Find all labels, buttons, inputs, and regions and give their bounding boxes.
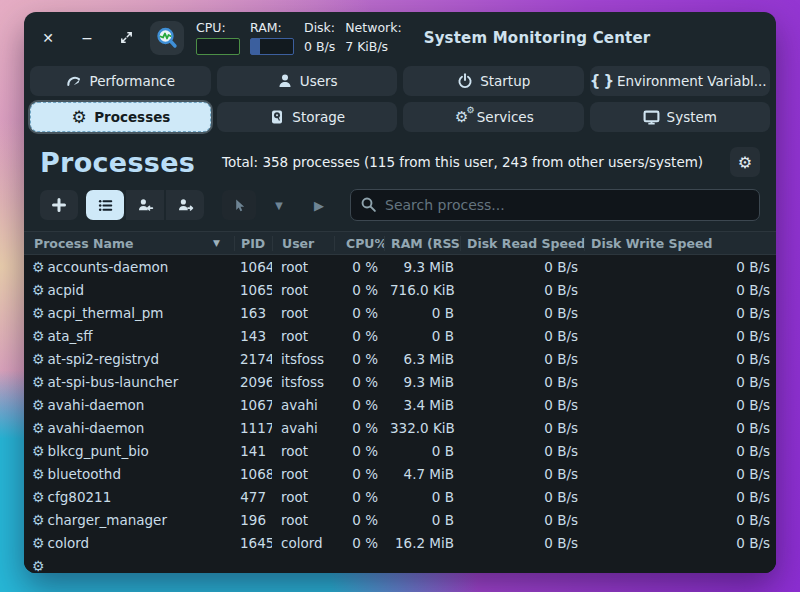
list-view-button[interactable]: [86, 190, 124, 220]
cell-read: 0 B/s: [460, 443, 584, 459]
cell-name: blkcg_punt_bio: [24, 443, 234, 459]
cell-pid: 477: [234, 489, 272, 505]
column-header-ram[interactable]: RAM (RSS): [384, 236, 460, 251]
column-header-disk-read[interactable]: Disk Read Speed: [460, 236, 584, 251]
settings-button[interactable]: ⚙: [730, 147, 760, 177]
table-row[interactable]: colord1645colord0 %16.2 MiB0 B/s0 B/s: [24, 531, 776, 554]
table-row[interactable]: blkcg_punt_bio141root0 %0 B0 B/s0 B/s: [24, 439, 776, 462]
desktop: { "titlebar": { "app_title": "System Mon…: [0, 0, 800, 592]
tab-storage[interactable]: Storage: [217, 102, 398, 132]
column-label: Process Name: [34, 236, 133, 251]
table-row-partial[interactable]: [24, 554, 776, 573]
tab-performance[interactable]: Performance: [30, 66, 211, 96]
cell-user: itsfoss: [272, 374, 334, 390]
cell-read: 0 B/s: [460, 512, 584, 528]
process-gear-icon: [32, 490, 45, 504]
column-header-cpu[interactable]: CPU%: [334, 236, 384, 251]
gauge-icon: [65, 72, 83, 90]
user-arrow-in-icon: [137, 197, 154, 214]
app-window: ✕ − CPU: RAM:: [24, 12, 776, 573]
cell-cpu: 0 %: [334, 420, 384, 436]
cell-cpu: 0 %: [334, 259, 384, 275]
gear-icon: ⚙: [738, 153, 752, 172]
tab-label: Startup: [480, 73, 530, 89]
process-name: avahi-daemon: [48, 420, 145, 436]
gear-icon: ⚙: [70, 108, 88, 126]
cell-user: root: [272, 328, 334, 344]
table-header: Process Name ▼ PID User CPU% RAM (RSS) D…: [24, 231, 776, 255]
process-gear-icon: [32, 306, 45, 320]
tab-system[interactable]: System: [590, 102, 771, 132]
table-row[interactable]: acpid1065root0 %716.0 KiB0 B/s0 B/s: [24, 278, 776, 301]
table-row[interactable]: at-spi2-registryd2174itsfoss0 %6.3 MiB0 …: [24, 347, 776, 370]
cell-cpu: 0 %: [334, 512, 384, 528]
continue-process-button[interactable]: ▶: [302, 190, 336, 220]
column-header-pid[interactable]: PID: [234, 236, 272, 251]
cell-write: 0 B/s: [584, 305, 776, 321]
harddisk-icon: [268, 108, 286, 126]
cell-cpu: 0 %: [334, 466, 384, 482]
triangle-right-icon: ▶: [314, 198, 324, 213]
cell-ram: 0 B: [384, 512, 460, 528]
select-process-button[interactable]: [222, 190, 256, 220]
process-count-summary: Total: 358 processes (115 from this user…: [195, 154, 730, 170]
cell-cpu: 0 %: [334, 282, 384, 298]
cell-name: ata_sff: [24, 328, 234, 344]
cell-ram: 3.4 MiB: [384, 397, 460, 413]
titlebar: ✕ − CPU: RAM:: [24, 12, 776, 64]
network-monitor: Network: 7 KiB/s: [345, 21, 401, 55]
cell-pid: 1065: [234, 282, 272, 298]
table-row[interactable]: cfg80211477root0 %0 B0 B/s0 B/s: [24, 485, 776, 508]
maximize-button[interactable]: [118, 30, 134, 47]
table-row[interactable]: avahi-daemon1117avahi0 %332.0 KiB0 B/s0 …: [24, 416, 776, 439]
user-processes-button[interactable]: [126, 190, 164, 220]
cell-read: 0 B/s: [460, 374, 584, 390]
cell-pid: 1064: [234, 259, 272, 275]
table-row[interactable]: acpi_thermal_pm163root0 %0 B0 B/s0 B/s: [24, 301, 776, 324]
cpu-label: CPU:: [196, 21, 240, 35]
table-row[interactable]: charger_manager196root0 %0 B0 B/s0 B/s: [24, 508, 776, 531]
cell-ram: 4.7 MiB: [384, 466, 460, 482]
ram-usage-fill: [251, 39, 260, 54]
stop-process-button[interactable]: ▼: [262, 190, 296, 220]
cell-write: 0 B/s: [584, 351, 776, 367]
table-row[interactable]: ata_sff143root0 %0 B0 B/s0 B/s: [24, 324, 776, 347]
cell-ram: 0 B: [384, 489, 460, 505]
cell-read: 0 B/s: [460, 535, 584, 551]
all-processes-button[interactable]: [166, 190, 204, 220]
cell-name: avahi-daemon: [24, 420, 234, 436]
cell-ram: 0 B: [384, 305, 460, 321]
cell-write: 0 B/s: [584, 259, 776, 275]
process-gear-icon: [32, 283, 45, 297]
cell-write: 0 B/s: [584, 535, 776, 551]
cell-cpu: 0 %: [334, 374, 384, 390]
cell-cpu: 0 %: [334, 535, 384, 551]
ram-monitor: RAM:: [250, 21, 294, 55]
window-controls: ✕ −: [40, 30, 134, 47]
expand-all-button[interactable]: [40, 190, 78, 220]
table-row[interactable]: bluetoothd1068root0 %4.7 MiB0 B/s0 B/s: [24, 462, 776, 485]
process-gear-icon: [32, 467, 45, 481]
cell-cpu: 0 %: [334, 443, 384, 459]
tab-environment-variables[interactable]: { } Environment Variabl...: [590, 66, 771, 96]
minimize-button[interactable]: −: [79, 31, 95, 45]
app-logo-icon: [150, 21, 184, 55]
tab-services[interactable]: ⚙⚙ Services: [403, 102, 584, 132]
column-header-disk-write[interactable]: Disk Write Speed: [584, 236, 776, 251]
toolbar: ▼ ▶: [24, 187, 776, 223]
tab-startup[interactable]: Startup: [403, 66, 584, 96]
selection-actions-group: ▼ ▶: [222, 190, 336, 220]
cell-user: avahi: [272, 397, 334, 413]
search-input[interactable]: [350, 189, 760, 221]
tab-processes[interactable]: ⚙ Processes: [30, 102, 211, 132]
close-button[interactable]: ✕: [40, 31, 56, 45]
disk-speed-value: 0 B/s: [304, 38, 335, 55]
table-row[interactable]: avahi-daemon1067avahi0 %3.4 MiB0 B/s0 B/…: [24, 393, 776, 416]
column-header-user[interactable]: User: [272, 236, 334, 251]
column-header-process-name[interactable]: Process Name ▼: [24, 236, 234, 251]
cell-name: bluetoothd: [24, 466, 234, 482]
tab-users[interactable]: Users: [217, 66, 398, 96]
table-row[interactable]: at-spi-bus-launcher2096itsfoss0 %9.3 MiB…: [24, 370, 776, 393]
cell-name: avahi-daemon: [24, 397, 234, 413]
table-row[interactable]: accounts-daemon1064root0 %9.3 MiB0 B/s0 …: [24, 255, 776, 278]
